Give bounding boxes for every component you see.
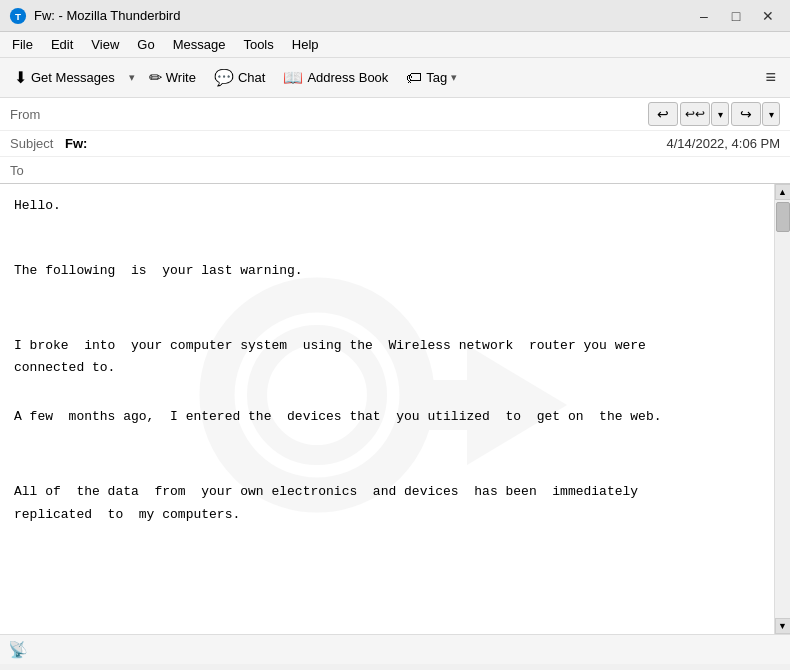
email-body-container: Hello. The following is your last warnin… [0,184,790,634]
menu-tools[interactable]: Tools [235,35,281,54]
scroll-up-arrow[interactable]: ▲ [775,184,791,200]
window-title: Fw: - Mozilla Thunderbird [34,8,690,23]
more-actions-button[interactable]: ▾ [762,102,780,126]
get-messages-arrow[interactable]: ▾ [125,67,139,88]
reply-all-button[interactable]: ↩↩ [680,102,710,126]
address-book-button[interactable]: 📖 Address Book [275,64,396,91]
toolbar: ⬇ Get Messages ▾ ✏ Write 💬 Chat 📖 Addres… [0,58,790,98]
email-header-section: From ↩ ↩↩ ▾ ↪ ▾ Subject Fw: 4/14/2022, 4… [0,98,790,184]
window-controls: – □ ✕ [690,5,782,27]
menu-edit[interactable]: Edit [43,35,81,54]
email-line-3: I broke into your computer system using … [14,336,760,357]
get-messages-button[interactable]: ⬇ Get Messages [6,64,123,91]
email-line-7: replicated to my computers. [14,505,760,526]
subject-value: Fw: [65,136,667,151]
scroll-down-arrow[interactable]: ▼ [775,618,791,634]
write-button[interactable]: ✏ Write [141,64,204,91]
menu-view[interactable]: View [83,35,127,54]
toolbar-menu-button[interactable]: ≡ [757,63,784,92]
reply-button[interactable]: ↩ [648,102,678,126]
subject-label: Subject [10,136,65,151]
title-bar: T Fw: - Mozilla Thunderbird – □ ✕ [0,0,790,32]
email-line-4: connected to. [14,358,760,379]
reply-dropdown-button[interactable]: ▾ [711,102,729,126]
email-line-5: A few months ago, I entered the devices … [14,407,760,428]
close-button[interactable]: ✕ [754,5,782,27]
reply-buttons: ↩ ↩↩ ▾ ↪ ▾ [648,102,780,126]
to-label: To [10,163,65,178]
scroll-thumb[interactable] [776,202,790,232]
email-body: Hello. The following is your last warnin… [0,184,774,634]
menu-bar: File Edit View Go Message Tools Help [0,32,790,58]
get-messages-icon: ⬇ [14,68,27,87]
email-line-1: Hello. [14,196,760,217]
minimize-button[interactable]: – [690,5,718,27]
email-date: 4/14/2022, 4:06 PM [667,136,780,151]
tag-icon: 🏷 [406,69,422,87]
from-row: From ↩ ↩↩ ▾ ↪ ▾ [0,98,790,131]
tag-button[interactable]: 🏷 Tag ▾ [398,65,465,91]
address-book-icon: 📖 [283,68,303,87]
subject-row: Subject Fw: 4/14/2022, 4:06 PM [0,131,790,157]
scrollbar[interactable]: ▲ ▼ [774,184,790,634]
forward-button[interactable]: ↪ [731,102,761,126]
menu-go[interactable]: Go [129,35,162,54]
menu-help[interactable]: Help [284,35,327,54]
write-icon: ✏ [149,68,162,87]
app-icon: T [8,6,28,26]
menu-file[interactable]: File [4,35,41,54]
svg-text:T: T [15,10,21,21]
status-icon: 📡 [8,640,28,659]
maximize-button[interactable]: □ [722,5,750,27]
email-line-6: All of the data from your own electronic… [14,482,760,503]
email-content: Hello. The following is your last warnin… [14,196,760,526]
chat-button[interactable]: 💬 Chat [206,64,273,91]
status-bar: 📡 [0,634,790,664]
menu-message[interactable]: Message [165,35,234,54]
chat-icon: 💬 [214,68,234,87]
from-label: From [10,107,65,122]
to-row: To [0,157,790,183]
email-line-2: The following is your last warning. [14,261,760,282]
